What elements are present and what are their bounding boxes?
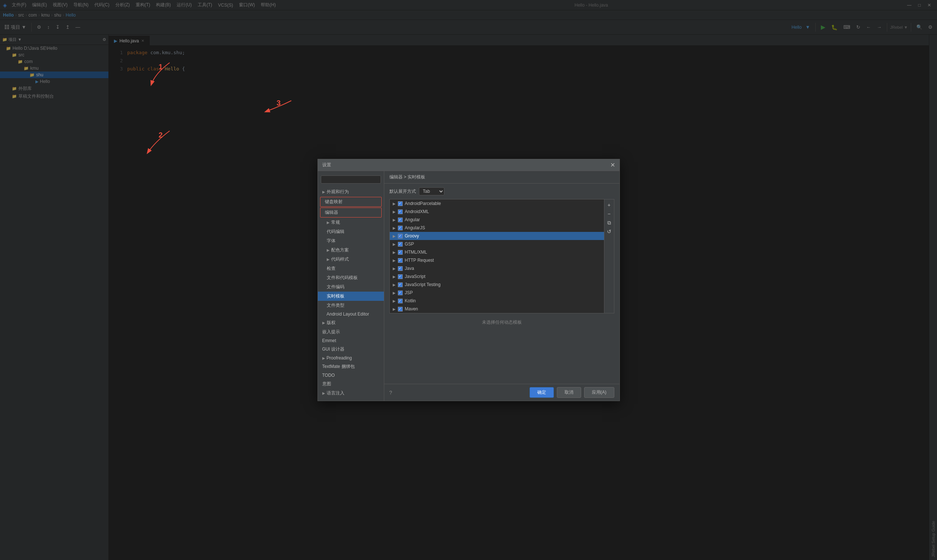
group-checkbox[interactable]: ✓ bbox=[398, 291, 403, 295]
group-label: JSP bbox=[405, 290, 413, 295]
nav-keymap-box: 键盘映射 bbox=[320, 197, 382, 207]
group-label: HTML/XML bbox=[405, 249, 428, 255]
nav-general[interactable]: ▶ 常规 bbox=[318, 218, 384, 227]
group-checkbox[interactable]: ✓ bbox=[398, 266, 403, 271]
nav-todo[interactable]: TODO bbox=[318, 371, 384, 379]
expand-select[interactable]: Tab Enter Space bbox=[419, 187, 444, 195]
nav-editor-label: 编辑器 bbox=[325, 209, 338, 216]
nav-color-arrow: ▶ bbox=[327, 248, 330, 252]
group-arrow: ▶ bbox=[393, 210, 396, 214]
nav-lang-inject-label: 语言注入 bbox=[327, 390, 345, 396]
reset-template-btn[interactable]: ↺ bbox=[605, 228, 613, 235]
breadcrumb-text: 编辑器 > 实时模板 bbox=[389, 174, 426, 180]
group-checkbox[interactable]: ✓ bbox=[398, 258, 403, 263]
group-checkbox[interactable]: ✓ bbox=[398, 250, 403, 255]
nav-code-style-label: 代码样式 bbox=[331, 256, 349, 263]
apply-btn[interactable]: 应用(A) bbox=[584, 387, 614, 398]
nav-editor[interactable]: 编辑器 bbox=[320, 208, 381, 217]
nav-inlay-hints[interactable]: 嵌入提示 bbox=[318, 328, 384, 337]
group-groovy[interactable]: ▶ ✓ Groovy bbox=[390, 232, 604, 240]
annotation-1: 1 bbox=[158, 63, 163, 71]
copy-template-btn[interactable]: ⧉ bbox=[605, 218, 613, 227]
group-arrow: ▶ bbox=[393, 258, 396, 263]
nav-gui-designer[interactable]: GUI 设计器 bbox=[318, 345, 384, 354]
group-jsp[interactable]: ▶ ✓ JSP bbox=[390, 289, 604, 297]
nav-textmate[interactable]: TextMate 捆绑包 bbox=[318, 362, 384, 371]
group-gsp[interactable]: ▶ ✓ GSP bbox=[390, 240, 604, 248]
group-checkbox[interactable]: ✓ bbox=[398, 274, 403, 279]
nav-lang-inject[interactable]: ▶ 语言注入 bbox=[318, 389, 384, 398]
group-label: Java bbox=[405, 266, 414, 271]
group-angularjs[interactable]: ▶ ✓ AngularJS bbox=[390, 224, 604, 232]
nav-lang-inject-arrow: ▶ bbox=[322, 391, 325, 395]
group-checkbox[interactable]: ✓ bbox=[398, 217, 403, 222]
group-label: HTTP Request bbox=[405, 258, 434, 263]
group-arrow: ▶ bbox=[393, 283, 396, 287]
arrow-2-svg bbox=[140, 127, 185, 157]
nav-keymap[interactable]: 键盘映射 bbox=[320, 197, 381, 206]
dialog-footer: ? 确定 取消 应用(A) bbox=[384, 384, 620, 401]
group-checkbox[interactable]: ✓ bbox=[398, 282, 403, 287]
group-label: GSP bbox=[405, 242, 414, 247]
nav-code-style[interactable]: ▶ 代码样式 bbox=[318, 255, 384, 264]
nav-proofreading[interactable]: ▶ Proofreading bbox=[318, 354, 384, 362]
nav-file-encoding[interactable]: 文件编码 bbox=[318, 282, 384, 292]
group-arrow: ▶ bbox=[393, 226, 396, 230]
nav-android-layout[interactable]: Android Layout Editor bbox=[318, 310, 384, 318]
nav-live-templates[interactable]: 实时模板 bbox=[318, 292, 384, 301]
nav-editor-box: 编辑器 bbox=[320, 208, 382, 217]
remove-template-btn[interactable]: − bbox=[605, 210, 613, 218]
help-btn[interactable]: ? bbox=[389, 390, 392, 395]
group-checkbox[interactable]: ✓ bbox=[398, 226, 403, 231]
group-javascript[interactable]: ▶ ✓ JavaScript bbox=[390, 272, 604, 280]
dialog-inner: 默认展开方式 Tab Enter Space ▶ bbox=[384, 184, 620, 384]
group-javascript-testing[interactable]: ▶ ✓ JavaScript Testing bbox=[390, 280, 604, 289]
nav-file-types-label: 文件类型 bbox=[327, 302, 345, 309]
group-angular[interactable]: ▶ ✓ Angular bbox=[390, 216, 604, 224]
group-androidxml[interactable]: ▶ ✓ AndroidXML bbox=[390, 208, 604, 216]
nav-inspections[interactable]: 检查 bbox=[318, 264, 384, 273]
group-androidparcelable[interactable]: ▶ ✓ AndroidParcelable bbox=[390, 200, 604, 208]
nav-live-templates-label: 实时模板 bbox=[327, 293, 345, 299]
confirm-btn[interactable]: 确定 bbox=[529, 387, 554, 398]
dialog-search-input[interactable] bbox=[321, 175, 381, 184]
group-checkbox[interactable]: ✓ bbox=[398, 201, 403, 206]
group-label: JavaScript bbox=[405, 274, 426, 279]
nav-file-code-templates[interactable]: 文件和代码模板 bbox=[318, 273, 384, 282]
nav-color-scheme[interactable]: ▶ 配色方案 bbox=[318, 246, 384, 255]
group-checkbox[interactable]: ✓ bbox=[398, 307, 403, 312]
add-template-btn[interactable]: + bbox=[605, 201, 613, 209]
cancel-btn[interactable]: 取消 bbox=[557, 387, 581, 398]
nav-appearance[interactable]: ▶ 外观和行为 bbox=[318, 187, 384, 197]
template-list-container: ▶ ✓ AndroidParcelable ▶ ✓ AndroidXML ▶ bbox=[389, 199, 614, 313]
nav-file-types[interactable]: 文件类型 bbox=[318, 301, 384, 310]
group-checkbox[interactable]: ✓ bbox=[398, 298, 403, 303]
group-arrow: ▶ bbox=[393, 291, 396, 295]
nav-intentions[interactable]: 意图 bbox=[318, 379, 384, 389]
group-arrow: ▶ bbox=[393, 234, 396, 238]
group-label: Kotlin bbox=[405, 298, 416, 303]
group-checkbox[interactable]: ✓ bbox=[398, 209, 403, 214]
dialog-search-container bbox=[318, 174, 384, 185]
nav-android-layout-label: Android Layout Editor bbox=[327, 312, 369, 317]
expand-label: 默认展开方式 bbox=[389, 188, 416, 195]
group-httprequest[interactable]: ▶ ✓ HTTP Request bbox=[390, 256, 604, 264]
group-checkbox[interactable]: ✓ bbox=[398, 242, 403, 247]
group-htmlxml[interactable]: ▶ ✓ HTML/XML bbox=[390, 248, 604, 256]
group-arrow: ▶ bbox=[393, 299, 396, 303]
annotation-3: 3 bbox=[277, 99, 281, 107]
group-arrow: ▶ bbox=[393, 275, 396, 279]
group-label: Groovy bbox=[405, 233, 419, 238]
dialog-breadcrumb: 编辑器 > 实时模板 bbox=[384, 171, 620, 184]
nav-copyright[interactable]: ▶ 版权 bbox=[318, 318, 384, 328]
group-java[interactable]: ▶ ✓ Java bbox=[390, 264, 604, 272]
group-kotlin[interactable]: ▶ ✓ Kotlin bbox=[390, 297, 604, 305]
nav-font[interactable]: 字体 bbox=[318, 236, 384, 246]
group-label: AngularJS bbox=[405, 225, 425, 231]
dialog-close-btn[interactable]: ✕ bbox=[610, 162, 615, 168]
nav-general-arrow: ▶ bbox=[327, 220, 330, 225]
nav-emmet[interactable]: Emmet bbox=[318, 337, 384, 345]
group-checkbox[interactable]: ✓ bbox=[398, 234, 403, 238]
nav-code-editing[interactable]: 代码编辑 bbox=[318, 227, 384, 236]
group-maven[interactable]: ▶ ✓ Maven bbox=[390, 305, 604, 313]
